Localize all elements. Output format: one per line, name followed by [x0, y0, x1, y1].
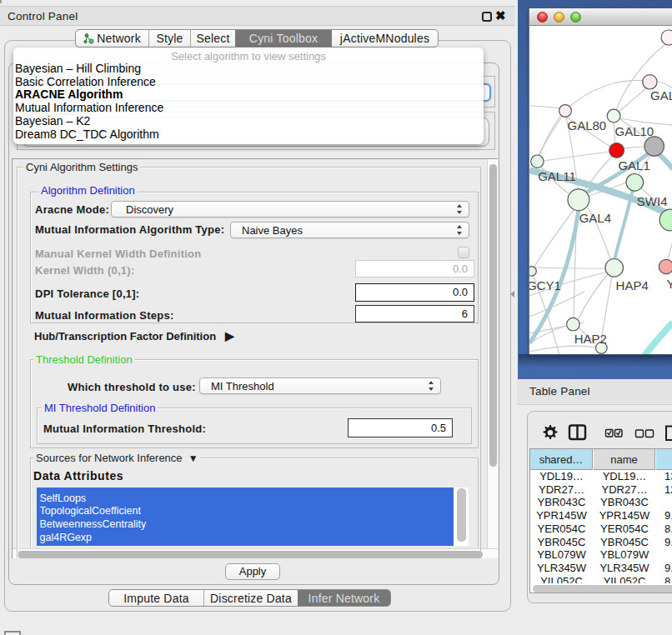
svg-text:HAP2: HAP2 — [574, 332, 607, 346]
svg-text:YB: YB — [667, 277, 672, 291]
svg-text:GAL4: GAL4 — [579, 211, 611, 225]
svg-text:HAP4: HAP4 — [616, 278, 649, 292]
svg-text:GAL1: GAL1 — [618, 158, 649, 172]
svg-text:GAL2: GAL2 — [650, 88, 672, 102]
svg-text:SWI4: SWI4 — [637, 194, 668, 208]
svg-text:GCY1: GCY1 — [529, 278, 561, 292]
svg-text:GAL11: GAL11 — [538, 169, 576, 183]
svg-text:GAL10: GAL10 — [615, 124, 654, 138]
svg-text:GAL80: GAL80 — [568, 118, 607, 132]
